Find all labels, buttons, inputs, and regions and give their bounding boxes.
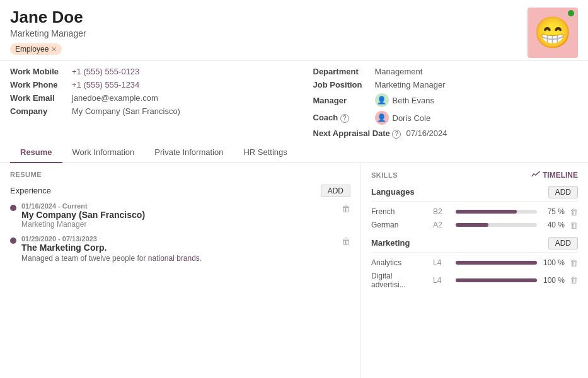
skill-french-delete[interactable]: 🗑 [570, 207, 578, 217]
avatar-status [568, 10, 574, 16]
coach-value[interactable]: 👤 Doris Cole [375, 111, 431, 125]
appraisal-date-value[interactable]: 07/16/2024 [406, 129, 447, 138]
skill-analytics-delete[interactable]: 🗑 [570, 258, 578, 268]
skill-german-name: German [371, 220, 428, 229]
timeline-date-2: 01/29/2020 - 07/13/2023 [21, 235, 337, 243]
experience-header: Experience ADD [10, 185, 350, 197]
work-mobile-value[interactable]: +1 (555) 555-0123 [72, 67, 139, 76]
appraisal-date-row: Next Appraisal Date ? 07/16/2024 [313, 129, 579, 139]
appraisal-date-label: Next Appraisal Date ? [313, 129, 401, 139]
skill-analytics-bar [456, 261, 537, 265]
coach-row: Coach ? 👤 Doris Cole [313, 111, 579, 125]
skill-german: German A2 40 % 🗑 [371, 219, 578, 232]
work-email-value[interactable]: janedoe@example.com [72, 93, 158, 103]
avatar[interactable]: 😁 [527, 8, 578, 58]
manager-avatar: 👤 [375, 93, 389, 107]
tab-hr-settings[interactable]: HR Settings [233, 142, 297, 163]
skill-analytics-bar-wrap [456, 261, 537, 265]
skill-digital-advertising: Digital advertisi... L4 100 % 🗑 [371, 270, 578, 291]
skill-group-languages-header: Languages ADD [371, 186, 578, 202]
appraisal-help-icon[interactable]: ? [392, 130, 401, 139]
work-phone-label: Work Phone [10, 80, 67, 89]
timeline-link[interactable]: national brands [148, 254, 200, 263]
company-label: Company [10, 106, 67, 116]
skill-digital-advertising-delete[interactable]: 🗑 [570, 275, 578, 285]
resume-section-title: RESUME [10, 171, 350, 178]
skills-title: SKILLS [371, 171, 398, 179]
avatar-emoji: 😁 [534, 18, 572, 48]
skill-digital-advertising-name: Digital advertisi... [371, 272, 428, 289]
skill-digital-advertising-bar [456, 278, 537, 282]
tab-private-information[interactable]: Private Information [144, 142, 233, 163]
timeline-dot-2 [10, 238, 16, 244]
employee-tag: Employee ✕ [10, 43, 62, 55]
skill-digital-advertising-level: L4 [433, 276, 451, 285]
resume-section: RESUME Experience ADD 01/16/2024 - Curre… [0, 163, 361, 379]
experience-label: Experience [10, 186, 51, 195]
skill-french-bar-wrap [456, 210, 537, 214]
tab-work-information[interactable]: Work Information [62, 142, 145, 163]
tab-resume[interactable]: Resume [10, 142, 62, 163]
coach-help-icon[interactable]: ? [340, 114, 349, 123]
timeline-dot-1 [10, 205, 16, 211]
tag-remove[interactable]: ✕ [51, 45, 57, 54]
page: Jane Doe Marketing Manager Employee ✕ 😁 … [0, 0, 588, 378]
manager-row: Manager 👤 Beth Evans [313, 93, 579, 107]
header: Jane Doe Marketing Manager Employee ✕ 😁 [0, 0, 588, 60]
timeline-delete-2[interactable]: 🗑 [342, 235, 350, 246]
content: RESUME Experience ADD 01/16/2024 - Curre… [0, 163, 588, 379]
skill-german-level: A2 [433, 220, 451, 229]
coach-label: Coach ? [313, 113, 370, 123]
skill-analytics: Analytics L4 100 % 🗑 [371, 256, 578, 270]
skill-analytics-level: L4 [433, 258, 451, 267]
work-email-row: Work Email janedoe@example.com [10, 93, 275, 103]
work-phone-value[interactable]: +1 (555) 555-1234 [72, 80, 139, 89]
work-email-label: Work Email [10, 93, 67, 103]
info-left: Work Mobile +1 (555) 555-0123 Work Phone… [10, 67, 275, 139]
department-value[interactable]: Management [375, 67, 423, 76]
timeline-icon [531, 171, 540, 179]
skill-german-bar-wrap [456, 223, 537, 227]
timeline-body-1: 01/16/2024 - Current My Company (San Fra… [21, 202, 337, 229]
marketing-add-button[interactable]: ADD [548, 237, 578, 249]
skills-header: SKILLS TIMELINE [371, 171, 578, 180]
info-right: Department Management Job Position Marke… [275, 67, 579, 139]
skill-french-bar [456, 210, 517, 214]
timeline-company-2: The Marketing Corp. [21, 243, 337, 253]
department-row: Department Management [313, 67, 579, 76]
skill-french-pct: 75 % [542, 207, 565, 216]
timeline-role-1: Marketing Manager [21, 220, 337, 229]
skill-digital-advertising-bar-wrap [456, 278, 537, 282]
employee-name: Jane Doe [10, 8, 578, 27]
work-phone-row: Work Phone +1 (555) 555-1234 [10, 80, 275, 89]
timeline-body-2: 01/29/2020 - 07/13/2023 The Marketing Co… [21, 235, 337, 263]
tabs: Resume Work Information Private Informat… [0, 142, 588, 163]
skill-french-name: French [371, 207, 428, 216]
skill-group-languages-label: Languages [371, 187, 415, 197]
coach-avatar: 👤 [375, 111, 389, 125]
experience-add-button[interactable]: ADD [321, 185, 350, 197]
company-value[interactable]: My Company (San Francisco) [72, 106, 180, 116]
skill-digital-advertising-pct: 100 % [542, 276, 565, 285]
skill-analytics-pct: 100 % [542, 258, 565, 267]
timeline-company-1: My Company (San Francisco) [21, 210, 337, 220]
skill-german-delete[interactable]: 🗑 [570, 220, 578, 230]
timeline-item-1: 01/16/2024 - Current My Company (San Fra… [10, 202, 350, 229]
skills-section: SKILLS TIMELINE Languages ADD French [361, 163, 588, 379]
languages-add-button[interactable]: ADD [548, 186, 578, 198]
skill-group-marketing-header: Marketing ADD [371, 237, 578, 253]
job-position-label: Job Position [313, 80, 370, 89]
employee-title: Marketing Manager [10, 28, 578, 38]
skill-german-bar [456, 223, 488, 227]
job-position-value[interactable]: Marketing Manager [375, 80, 446, 89]
skill-analytics-name: Analytics [371, 258, 428, 267]
skill-french: French B2 75 % 🗑 [371, 205, 578, 219]
timeline-delete-1[interactable]: 🗑 [342, 202, 350, 214]
manager-value[interactable]: 👤 Beth Evans [375, 93, 435, 107]
timeline-button[interactable]: TIMELINE [531, 171, 578, 180]
skill-group-marketing-label: Marketing [371, 238, 410, 248]
department-label: Department [313, 67, 370, 76]
manager-label: Manager [313, 96, 370, 105]
work-mobile-label: Work Mobile [10, 67, 67, 76]
timeline-desc-2: Managed a team of twelve people for nati… [21, 254, 337, 263]
